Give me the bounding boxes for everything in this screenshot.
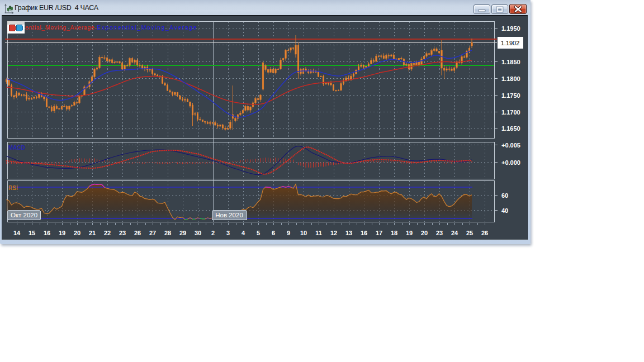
- svg-text:26: 26: [481, 230, 488, 236]
- svg-text:18: 18: [391, 230, 397, 236]
- svg-text:21: 21: [89, 230, 96, 236]
- svg-text:40: 40: [501, 207, 508, 214]
- svg-text:24: 24: [451, 230, 458, 236]
- svg-text:1.1750: 1.1750: [501, 92, 520, 99]
- svg-text:1.1650: 1.1650: [501, 125, 520, 132]
- svg-text:4: 4: [242, 230, 245, 236]
- svg-text:16: 16: [361, 230, 367, 236]
- svg-text:Нов 2020: Нов 2020: [215, 212, 243, 218]
- svg-text:Окт 2020: Окт 2020: [11, 212, 37, 218]
- svg-text:12: 12: [330, 230, 337, 236]
- svg-text:11: 11: [315, 230, 322, 236]
- svg-text:20: 20: [74, 230, 80, 236]
- svg-text:ential_Moving_Average-Exponent: ential_Moving_Average-Exponential_Moving…: [25, 24, 197, 31]
- svg-text:1.1800: 1.1800: [501, 75, 520, 82]
- svg-text:25: 25: [466, 230, 473, 236]
- svg-text:1.1902: 1.1902: [501, 40, 520, 46]
- svg-text:20: 20: [421, 230, 428, 236]
- svg-text:14: 14: [13, 230, 21, 236]
- svg-text:28: 28: [164, 230, 171, 236]
- svg-text:MACD: MACD: [8, 145, 25, 151]
- svg-text:27: 27: [149, 230, 156, 236]
- svg-text:15: 15: [29, 230, 35, 236]
- svg-text:+0.000: +0.000: [501, 159, 520, 166]
- svg-text:3: 3: [226, 230, 230, 236]
- svg-text:29: 29: [179, 230, 186, 236]
- svg-text:23: 23: [436, 230, 443, 236]
- svg-text:+0.005: +0.005: [501, 142, 520, 149]
- svg-text:19: 19: [59, 230, 65, 236]
- svg-text:10: 10: [300, 230, 307, 236]
- svg-text:60: 60: [501, 192, 508, 199]
- svg-text:26: 26: [134, 230, 141, 236]
- svg-text:1.1950: 1.1950: [501, 25, 520, 32]
- svg-text:23: 23: [119, 230, 126, 236]
- svg-text:30: 30: [195, 230, 201, 236]
- svg-text:RSI: RSI: [8, 185, 18, 191]
- svg-text:22: 22: [104, 230, 111, 236]
- svg-text:17: 17: [376, 230, 382, 236]
- svg-text:2: 2: [211, 230, 215, 236]
- svg-text:5: 5: [257, 230, 260, 236]
- svg-text:19: 19: [406, 230, 413, 236]
- svg-text:1.1700: 1.1700: [501, 109, 520, 116]
- svg-text:6: 6: [272, 230, 275, 236]
- svg-text:16: 16: [44, 230, 50, 236]
- svg-text:9: 9: [287, 230, 290, 236]
- svg-text:13: 13: [345, 230, 352, 236]
- svg-text:1.1850: 1.1850: [501, 59, 520, 65]
